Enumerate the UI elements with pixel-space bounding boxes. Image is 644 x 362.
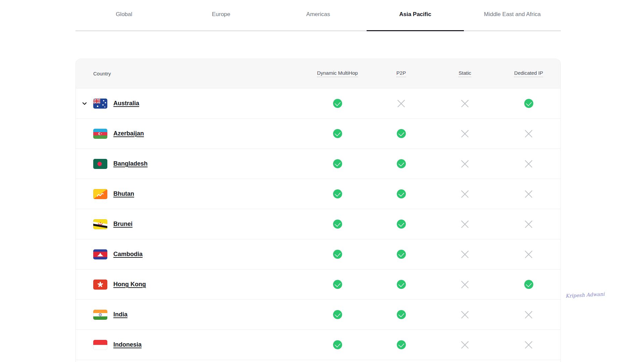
cross-icon: [461, 100, 469, 107]
cross-icon: [461, 311, 469, 318]
table-row: Australia: [76, 88, 560, 119]
tab-asia-pacific[interactable]: Asia Pacific: [367, 0, 464, 31]
servers-table: Country Dynamic MultiHop P2P Static Dedi…: [75, 59, 561, 362]
table-row: Hong Kong: [76, 269, 560, 300]
table-row: Bangladesh: [76, 149, 560, 179]
feature-cell-static: [433, 130, 497, 137]
feature-cell-p2p: [369, 220, 433, 229]
country-cell: Brunei: [76, 219, 306, 229]
cross-icon: [397, 100, 405, 107]
country-cell: Bhutan: [76, 189, 306, 199]
cross-icon: [461, 281, 469, 288]
tab-americas[interactable]: Americas: [270, 0, 367, 31]
feature-cell-dynamic-multihop: [306, 310, 369, 319]
feature-cell-dedicated-ip: [497, 160, 560, 168]
hong-kong-flag-icon: [93, 280, 107, 290]
feature-cell-dedicated-ip: [497, 99, 560, 108]
cross-icon: [525, 311, 532, 318]
check-icon: [333, 99, 342, 108]
check-icon: [524, 99, 533, 108]
country-cell: Cambodia: [76, 249, 306, 259]
feature-cell-p2p: [369, 250, 433, 259]
australia-flag-icon: [93, 99, 107, 109]
feature-cell-dynamic-multihop: [306, 159, 369, 168]
feature-cell-dedicated-ip: [497, 251, 560, 258]
check-icon: [397, 310, 406, 319]
feature-cell-dynamic-multihop: [306, 99, 369, 108]
feature-cell-p2p: [369, 189, 433, 198]
column-header-dedicated-ip: Dedicated IP: [497, 70, 560, 77]
feature-cell-p2p: [369, 280, 433, 289]
feature-cell-p2p: [369, 100, 433, 107]
cross-icon: [525, 221, 532, 228]
cross-icon: [525, 160, 532, 168]
country-cell: Bangladesh: [76, 159, 306, 169]
table-row: India: [76, 300, 560, 330]
table-row: Bhutan: [76, 179, 560, 209]
feature-cell-static: [433, 311, 497, 318]
feature-cell-static: [433, 341, 497, 349]
feature-cell-p2p: [369, 129, 433, 138]
table-row: Azerbaijan: [76, 119, 560, 149]
feature-cell-dedicated-ip: [497, 341, 560, 349]
feature-cell-static: [433, 221, 497, 228]
cross-icon: [461, 221, 469, 228]
check-icon: [397, 220, 406, 229]
country-link[interactable]: Bhutan: [113, 190, 134, 197]
cross-icon: [461, 160, 469, 168]
country-link[interactable]: Hong Kong: [113, 281, 146, 288]
country-link[interactable]: Bangladesh: [113, 160, 148, 167]
check-icon: [397, 250, 406, 259]
country-cell: Hong Kong: [76, 280, 306, 290]
column-header-country: Country: [76, 71, 306, 76]
country-cell: India: [76, 310, 306, 320]
chevron-down-icon[interactable]: [81, 100, 88, 107]
feature-cell-dynamic-multihop: [306, 189, 369, 198]
feature-cell-p2p: [369, 340, 433, 349]
country-link[interactable]: Cambodia: [113, 251, 143, 258]
feature-cell-dedicated-ip: [497, 190, 560, 198]
page: Global Europe Americas Asia Pacific Midd…: [0, 0, 644, 362]
table-row: Cambodia: [76, 239, 560, 269]
country-cell: Australia: [76, 99, 306, 109]
tab-label: Americas: [306, 10, 330, 31]
check-icon: [397, 189, 406, 198]
tab-label: Global: [116, 10, 132, 31]
feature-cell-dedicated-ip: [497, 221, 560, 228]
country-link[interactable]: India: [113, 311, 127, 318]
feature-cell-dynamic-multihop: [306, 280, 369, 289]
tab-global[interactable]: Global: [75, 0, 172, 31]
country-link[interactable]: Indonesia: [113, 341, 142, 348]
feature-cell-static: [433, 281, 497, 288]
region-tabs: Global Europe Americas Asia Pacific Midd…: [75, 0, 561, 31]
country-link[interactable]: Brunei: [113, 221, 132, 228]
column-header-static: Static: [433, 70, 497, 77]
brunei-flag-icon: [93, 219, 107, 229]
feature-cell-static: [433, 251, 497, 258]
tab-middle-east-africa[interactable]: Middle East and Africa: [464, 0, 561, 31]
check-icon: [397, 159, 406, 168]
country-link[interactable]: Australia: [113, 100, 139, 107]
indonesia-flag-icon: [93, 340, 107, 350]
tab-label: Asia Pacific: [399, 10, 431, 31]
bangladesh-flag-icon: [93, 159, 107, 169]
check-icon: [397, 340, 406, 349]
bhutan-flag-icon: [93, 189, 107, 199]
check-icon: [333, 340, 342, 349]
cross-icon: [525, 190, 532, 198]
country-link[interactable]: Azerbaijan: [113, 130, 144, 137]
check-icon: [333, 280, 342, 289]
tab-label: Middle East and Africa: [484, 10, 541, 31]
table-row: Brunei: [76, 209, 560, 239]
country-cell: Azerbaijan: [76, 129, 306, 139]
cross-icon: [525, 251, 532, 258]
azerbaijan-flag-icon: [93, 129, 107, 139]
feature-cell-dynamic-multihop: [306, 220, 369, 229]
feature-cell-dedicated-ip: [497, 280, 560, 289]
tab-europe[interactable]: Europe: [172, 0, 269, 31]
india-flag-icon: [93, 310, 107, 320]
feature-cell-static: [433, 190, 497, 198]
feature-cell-static: [433, 160, 497, 168]
cross-icon: [461, 341, 469, 349]
cambodia-flag-icon: [93, 249, 107, 259]
